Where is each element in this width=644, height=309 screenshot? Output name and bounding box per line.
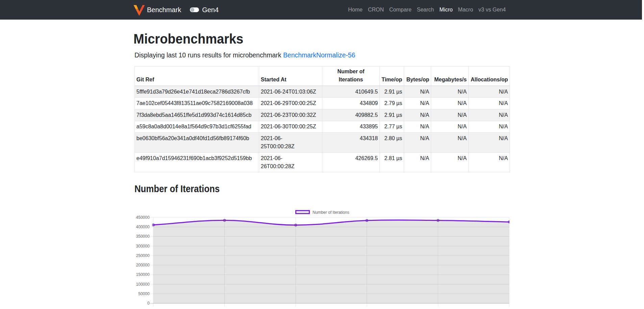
svg-text:100000: 100000: [136, 282, 150, 287]
svg-text:Number of Iterations: Number of Iterations: [313, 210, 349, 214]
svg-text:450000: 450000: [136, 215, 150, 220]
svg-text:300000: 300000: [136, 243, 150, 248]
svg-text:50000: 50000: [138, 291, 150, 296]
svg-text:250000: 250000: [136, 253, 150, 258]
svg-text:350000: 350000: [136, 234, 150, 239]
svg-text:0: 0: [147, 301, 150, 306]
svg-text:150000: 150000: [136, 272, 150, 277]
svg-text:400000: 400000: [136, 225, 150, 229]
svg-text:200000: 200000: [136, 263, 150, 267]
